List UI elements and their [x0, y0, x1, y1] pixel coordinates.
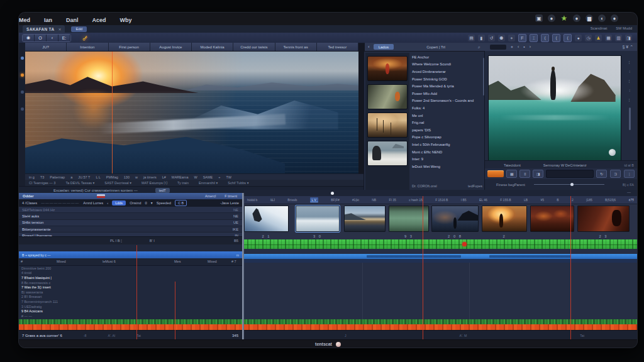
- clip-thumbnail[interactable]: [530, 206, 574, 232]
- header-chip[interactable]: Amercl: [205, 194, 216, 198]
- source-viewer[interactable]: [25, 52, 358, 173]
- audio-waveform-orange[interactable]: [19, 324, 242, 330]
- menu-item[interactable]: Med: [19, 17, 30, 23]
- document-tab[interactable]: SAKAFAN TA ✕: [23, 25, 65, 33]
- back-icon[interactable]: ‹: [47, 35, 58, 41]
- side-scrollbar[interactable]: [629, 107, 631, 130]
- star-icon[interactable]: ★: [560, 14, 568, 22]
- footer-marks[interactable]: PL I B ¦: [110, 239, 122, 243]
- split-icon[interactable]: ◨: [533, 170, 543, 178]
- status-item[interactable]: T3: [40, 175, 44, 179]
- file-list-item[interactable]: Inter: 9: [412, 155, 482, 163]
- track-row[interactable]: 3 UEDadratig: [19, 304, 242, 309]
- clip-thumbnail[interactable]: [344, 206, 386, 232]
- track-row[interactable]: Dimmitive beint 200: [19, 266, 242, 271]
- edit-page-icon[interactable]: [21, 90, 24, 94]
- chat-icon[interactable]: ▆: [586, 14, 593, 22]
- status-item[interactable]: ja timers: [143, 175, 157, 179]
- user-circle-icon[interactable]: ⚉: [498, 35, 505, 41]
- field-label-2[interactable]: Onsind: [130, 201, 141, 205]
- clip-thumbnail[interactable]: [296, 206, 340, 232]
- file-list-item[interactable]: Pope c Silvompap: [412, 134, 482, 141]
- file-list-item[interactable]: Mont c Effic NEND: [412, 148, 482, 156]
- file-list-item[interactable]: Power 2nd Steronason's - Coords and: [412, 97, 482, 105]
- dropdown-label[interactable]: Ty train: [177, 181, 189, 185]
- file-list-item[interactable]: papers 'DIS: [412, 126, 482, 134]
- menu-item[interactable]: Danl: [66, 17, 79, 23]
- clip-thumbnail[interactable]: [577, 206, 630, 232]
- track-row[interactable]: B) wasserania: [19, 290, 242, 295]
- header-chip[interactable]: F timent: [225, 194, 237, 198]
- dropdown-label[interactable]: SAST Decrissal ▾: [104, 181, 131, 185]
- grid-view-icon[interactable]: ▦: [605, 35, 612, 41]
- color-page-icon[interactable]: [21, 107, 24, 111]
- dropdown-label[interactable]: Schif Tubbs ▾: [228, 181, 248, 185]
- timeline-clip-7[interactable]: [530, 206, 574, 239]
- keyframe-dot[interactable]: [462, 242, 467, 246]
- bin-thumb-concert[interactable]: [367, 56, 408, 81]
- file-list-item[interactable]: Where Welcome Scundi: [412, 61, 482, 69]
- viewer-badge-icon[interactable]: [609, 149, 616, 156]
- prev-frame-icon[interactable]: ‹: [518, 45, 519, 50]
- window-chip-icon[interactable]: ▣: [535, 14, 543, 22]
- panels-icon[interactable]: ▥: [615, 35, 622, 41]
- play-icon[interactable]: ▪: [523, 45, 525, 50]
- inspector-icon[interactable]: ◨: [625, 35, 632, 41]
- file-list-item[interactable]: Frig.nal: [412, 119, 482, 126]
- header-tab[interactable]: August Invice: [150, 43, 192, 51]
- header-tab[interactable]: Credd our twists: [233, 43, 275, 51]
- status-item[interactable]: +: [218, 175, 220, 179]
- status-item[interactable]: a: [70, 175, 72, 179]
- razor-icon[interactable]: F: [518, 34, 526, 42]
- timeline-clip-2[interactable]: 3 0: [296, 206, 340, 239]
- bin-thumb-boat[interactable]: [367, 141, 408, 166]
- close-icon[interactable]: ✕: [58, 27, 61, 31]
- status-item[interactable]: L L: [96, 175, 100, 179]
- empty-track-area[interactable]: [244, 263, 637, 319]
- hand-tool-icon[interactable]: O: [35, 35, 47, 41]
- file-list-item[interactable]: Me onl: [412, 112, 482, 119]
- menu-icon[interactable]: ⋮: [624, 170, 635, 178]
- dropdown-label[interactable]: CI Teamtgas — 3: [29, 181, 55, 185]
- inspector-row[interactable]: SHbt tension UE: [19, 220, 242, 226]
- ldds-chip[interactable]: Ldds: [112, 200, 126, 206]
- bin-thumb-beach[interactable]: [367, 112, 408, 138]
- status-item[interactable]: 130: [124, 175, 130, 179]
- next-frame-icon[interactable]: ›: [530, 45, 531, 50]
- audio-track-blue[interactable]: [244, 254, 637, 259]
- dropdown-label[interactable]: MAT Estumps ⑴: [142, 181, 167, 185]
- list-icon[interactable]: ≡: [519, 170, 530, 178]
- toggle-switch[interactable]: C B: [175, 200, 187, 206]
- back-icon[interactable]: ‹: [368, 44, 370, 50]
- speaker-icon[interactable]: ◖: [598, 14, 606, 22]
- file-list-item[interactable]: Folks: 4: [412, 104, 482, 112]
- clip-thumbnail[interactable]: [482, 206, 527, 232]
- dropdown-label[interactable]: Emmanthil ▾: [199, 181, 218, 185]
- playhead-grip-icon[interactable]: [331, 192, 334, 195]
- program-viewer[interactable]: [488, 55, 621, 162]
- clock-icon[interactable]: ◷: [585, 35, 592, 41]
- select-tool-icon[interactable]: ◉: [23, 35, 35, 41]
- playhead-line[interactable]: [423, 196, 423, 339]
- track-row[interactable]: 7 Bcmemintrpmarch 111: [19, 299, 242, 304]
- clip-thumbnail[interactable]: [431, 206, 479, 232]
- file-list-item[interactable]: FE Anchor: [412, 53, 482, 61]
- bin-filter-chip[interactable]: Lados: [374, 44, 394, 50]
- track-row[interactable]: 9 B4 Acsicans: [19, 309, 242, 314]
- file-list-item[interactable]: Power Mfo-Add: [412, 90, 482, 97]
- inspector-row[interactable]: Bitterprasserante IKE: [19, 226, 242, 233]
- bin-thumb-climb[interactable]: [367, 84, 408, 109]
- footer-marks-2[interactable]: B' I: [150, 239, 155, 243]
- bottom-track-label[interactable]: 7 Grass a ava cormer' 6: [22, 334, 62, 337]
- timeline-ruler[interactable]: hiddd b I&J Brissib L V BF|F# #1|kt NB F…: [244, 196, 637, 204]
- audio-track-green[interactable]: [244, 239, 637, 249]
- edit-mode-icon[interactable]: E:: [58, 35, 70, 41]
- dot-icon[interactable]: ●: [548, 14, 555, 22]
- text-field[interactable]: [546, 170, 594, 178]
- dot-icon[interactable]: ●: [611, 14, 618, 22]
- layout-icon[interactable]: ▦: [506, 170, 517, 178]
- video-track[interactable]: 2 1 3 0 9 3 2: [244, 204, 637, 239]
- clip-thumbnail[interactable]: [244, 206, 289, 232]
- chevron-down-icon[interactable]: ▾: [151, 201, 153, 205]
- taskbar-label[interactable]: tentscat: [315, 342, 332, 346]
